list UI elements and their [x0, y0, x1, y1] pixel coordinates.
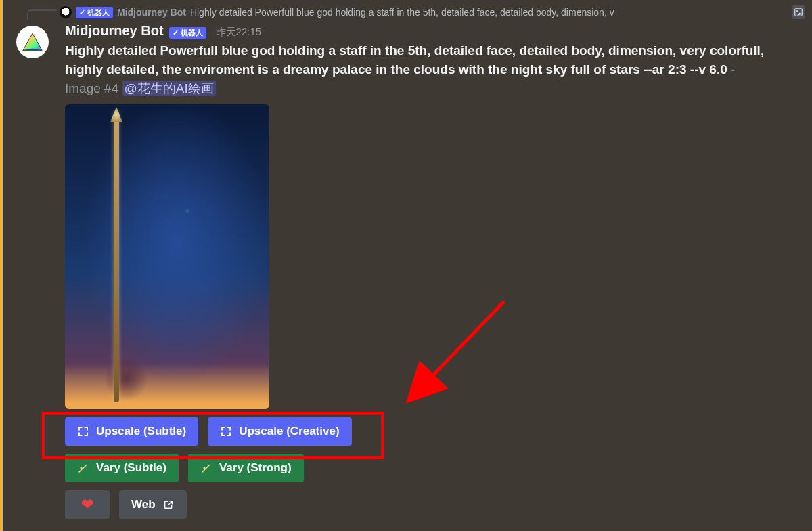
author-name[interactable]: Midjourney Bot [65, 23, 164, 39]
selection-indicator [0, 0, 3, 531]
vary-strong-button[interactable]: Vary (Strong) [188, 454, 304, 482]
prompt-text: Highly detailed Powerfull blue god holdi… [65, 41, 796, 79]
bot-tag: ✓ 机器人 [76, 7, 113, 18]
author-avatar[interactable] [16, 26, 49, 58]
button-label: Vary (Subtle) [96, 461, 166, 475]
message-timestamp: 昨天22:15 [216, 26, 262, 39]
image-index: Image #4 [65, 81, 118, 95]
button-row-vary: Vary (Subtle) Vary (Strong) [65, 454, 796, 482]
expand-icon [220, 425, 232, 438]
heart-icon: ❤ [81, 496, 93, 513]
button-label: Upscale (Creative) [239, 425, 339, 438]
bot-tag: ✓ 机器人 [169, 27, 206, 39]
button-label: Web [131, 498, 156, 511]
expand-icon [77, 425, 89, 438]
verified-check-icon: ✓ [173, 28, 179, 37]
reply-preview[interactable]: ✓ 机器人 Midjourney Bot Highly detailed Pow… [27, 4, 805, 20]
reply-spine [27, 9, 57, 20]
reply-avatar [60, 6, 72, 18]
verified-check-icon: ✓ [79, 8, 85, 17]
bot-tag-label: 机器人 [181, 28, 203, 38]
bot-tag-label: 机器人 [87, 7, 110, 18]
message: Midjourney Bot ✓ 机器人 昨天22:15 Highly deta… [16, 23, 796, 519]
reply-text: Highly detailed Powerfull blue god holdi… [190, 7, 788, 18]
button-label: Upscale (Subtle) [96, 425, 186, 438]
button-label: Vary (Strong) [219, 461, 292, 475]
generated-image[interactable] [65, 104, 269, 409]
wand-icon [77, 462, 89, 474]
image-attachment-icon [792, 5, 805, 19]
upscale-subtle-button[interactable]: Upscale (Subtle) [65, 417, 198, 446]
user-mention[interactable]: @花生的AI绘画 [122, 81, 216, 96]
reply-author-name: Midjourney Bot [117, 7, 186, 18]
image-meta: Image #4 @花生的AI绘画 [65, 80, 796, 98]
favorite-button[interactable]: ❤ [65, 490, 110, 519]
message-header: Midjourney Bot ✓ 机器人 昨天22:15 [65, 23, 796, 39]
wand-icon [200, 462, 212, 474]
vary-subtle-button[interactable]: Vary (Subtle) [65, 454, 179, 482]
button-row-upscale: Upscale (Subtle) Upscale (Creative) [65, 417, 796, 446]
upscale-creative-button[interactable]: Upscale (Creative) [208, 417, 351, 446]
svg-point-1 [796, 10, 798, 12]
web-button[interactable]: Web [119, 490, 187, 519]
button-row-extra: ❤ Web [65, 490, 796, 519]
external-link-icon [162, 498, 175, 511]
